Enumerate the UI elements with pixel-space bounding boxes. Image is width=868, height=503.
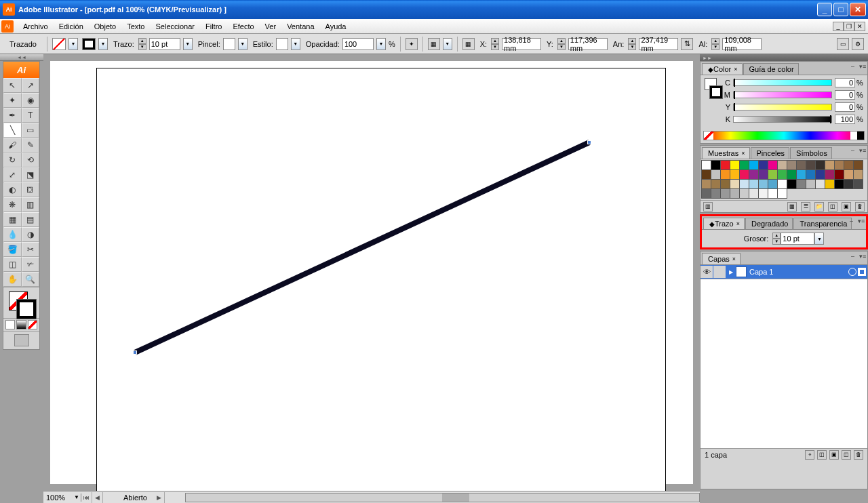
swatch-color[interactable] xyxy=(853,160,863,170)
opacidad-dropdown[interactable]: ▼ xyxy=(376,38,386,50)
estilo-swatch[interactable] xyxy=(276,38,288,50)
h-stepper[interactable]: ▲▼ xyxy=(711,38,719,50)
trazo-dropdown[interactable]: ▼ xyxy=(183,38,193,50)
color-mode-gradient[interactable] xyxy=(16,320,26,329)
color-mode-none[interactable] xyxy=(28,320,37,329)
layer-row[interactable]: 👁 ▶ Capa 1 xyxy=(701,265,867,279)
stroke-swatch[interactable] xyxy=(82,38,96,50)
swatch-color[interactable] xyxy=(844,160,854,170)
doc-restore-button[interactable]: ❐ xyxy=(844,22,854,31)
locate-object-icon[interactable]: ⌖ xyxy=(805,450,814,460)
shear-tool[interactable]: ⬔ xyxy=(22,167,40,182)
swatch-color[interactable] xyxy=(815,179,825,189)
swatch-lib-icon[interactable]: ▥ xyxy=(703,202,713,212)
swatch-color[interactable] xyxy=(768,169,778,180)
crop-tool[interactable]: ✂ xyxy=(22,242,40,257)
menu-seleccionar[interactable]: Seleccionar xyxy=(150,22,199,31)
menu-ayuda[interactable]: Ayuda xyxy=(320,22,352,31)
panel-menu-icon[interactable]: ▾≡ xyxy=(859,147,866,154)
close-tab-icon[interactable]: × xyxy=(736,220,740,227)
canvas-area[interactable] xyxy=(43,54,700,491)
swatch-color[interactable] xyxy=(711,160,721,170)
swatch-color[interactable] xyxy=(711,169,721,180)
rotate-tool[interactable]: ↻ xyxy=(3,153,22,167)
y-slider[interactable] xyxy=(733,104,832,110)
swatch-color[interactable] xyxy=(768,160,778,170)
lasso-tool[interactable]: ◉ xyxy=(22,93,40,108)
tab-capas[interactable]: Capas× xyxy=(702,253,741,264)
grosor-dropdown[interactable]: ▼ xyxy=(814,233,824,245)
swatch-newcolor-icon[interactable]: ▣ xyxy=(842,202,851,212)
swatch-color[interactable] xyxy=(711,179,721,189)
swatch-color[interactable] xyxy=(815,169,825,180)
doc-close-button[interactable]: ✕ xyxy=(854,22,865,31)
swatch-color[interactable] xyxy=(806,179,816,189)
tab-muestras[interactable]: Muestras× xyxy=(702,147,750,159)
free-transform-tool[interactable]: ⛋ xyxy=(22,182,40,197)
close-button[interactable]: ✕ xyxy=(850,3,866,16)
y-input[interactable]: 117,396 mm xyxy=(568,38,608,50)
menu-objeto[interactable]: Objeto xyxy=(89,22,121,31)
toolbox-color-area[interactable] xyxy=(3,287,39,318)
panel-minimize-icon[interactable]: – xyxy=(851,63,858,70)
close-tab-icon[interactable]: × xyxy=(741,150,745,157)
mesh-tool[interactable]: ▦ xyxy=(3,212,22,227)
swatch-color[interactable] xyxy=(739,188,749,199)
w-input[interactable]: 237,419 mm xyxy=(639,38,678,50)
zoom-field[interactable]: 100%▼ xyxy=(43,494,81,502)
live-paint-tool[interactable]: 🪣 xyxy=(3,242,22,257)
fill-dropdown[interactable]: ▼ xyxy=(68,38,78,50)
tab-color-guide[interactable]: Guía de color xyxy=(743,63,799,75)
swatch-color[interactable] xyxy=(806,160,816,170)
delete-layer-icon[interactable]: 🗑 xyxy=(854,450,863,460)
swatch-color[interactable] xyxy=(777,169,787,180)
swatch-color[interactable] xyxy=(815,160,825,170)
tab-pinceles[interactable]: Pinceles xyxy=(751,147,790,159)
swatch-color[interactable] xyxy=(758,179,768,189)
swatch-color[interactable] xyxy=(720,179,730,189)
swatch-color[interactable] xyxy=(701,179,711,189)
panel-menu-icon[interactable]: ▾≡ xyxy=(858,218,865,224)
first-artboard-icon[interactable]: ⏮ xyxy=(81,492,92,503)
stroke-color-box[interactable] xyxy=(17,300,36,319)
minimize-button[interactable]: _ xyxy=(817,3,832,16)
swatch-color[interactable] xyxy=(796,179,806,189)
prefs-icon[interactable]: ⚙ xyxy=(852,38,864,50)
opacidad-input[interactable]: 100 xyxy=(342,38,374,50)
swatch-color[interactable] xyxy=(711,188,721,199)
eraser-tool[interactable]: ◫ xyxy=(3,257,22,272)
stroke-dropdown[interactable]: ▼ xyxy=(98,38,108,50)
zoom-tool[interactable]: 🔍 xyxy=(22,272,40,287)
menu-edicion[interactable]: Edición xyxy=(54,22,89,31)
close-tab-icon[interactable]: × xyxy=(734,66,737,73)
selected-line-object[interactable] xyxy=(135,142,589,353)
swatch-color[interactable] xyxy=(768,179,778,189)
swatch-color[interactable] xyxy=(749,169,759,180)
swatch-color[interactable] xyxy=(796,160,806,170)
swatch-color[interactable] xyxy=(777,188,787,199)
swatch-color[interactable] xyxy=(825,179,835,189)
x-stepper[interactable]: ▲▼ xyxy=(491,38,499,50)
expand-arrow-icon[interactable]: ▶ xyxy=(726,269,736,275)
stroke-preview[interactable] xyxy=(710,86,722,98)
toolbox-collapse-handle[interactable] xyxy=(0,54,43,61)
new-sublayer-icon[interactable]: ▣ xyxy=(829,450,839,460)
k-value[interactable]: 100 xyxy=(835,115,855,124)
close-tab-icon[interactable]: × xyxy=(732,256,736,262)
trazo-input[interactable]: 10 pt xyxy=(149,38,180,50)
doc-setup-icon[interactable]: ▭ xyxy=(837,38,849,50)
y-value[interactable]: 0 xyxy=(835,102,855,112)
screen-mode-button[interactable] xyxy=(14,334,29,346)
align-dropdown[interactable]: ▼ xyxy=(443,38,452,50)
swatch-color[interactable] xyxy=(739,169,749,180)
visibility-toggle-icon[interactable]: 👁 xyxy=(701,266,713,278)
panel-minimize-icon[interactable]: – xyxy=(851,253,858,260)
swatch-color[interactable] xyxy=(749,188,759,199)
k-slider[interactable] xyxy=(733,116,832,123)
swatch-color[interactable] xyxy=(806,169,816,180)
magic-wand-tool[interactable]: ✦ xyxy=(3,93,22,108)
swatch-color[interactable] xyxy=(720,160,730,170)
prev-artboard-icon[interactable]: ◀ xyxy=(92,492,103,503)
transform-ref-icon[interactable]: ▦ xyxy=(462,38,475,50)
tab-degradado[interactable]: Degradado xyxy=(745,218,793,229)
